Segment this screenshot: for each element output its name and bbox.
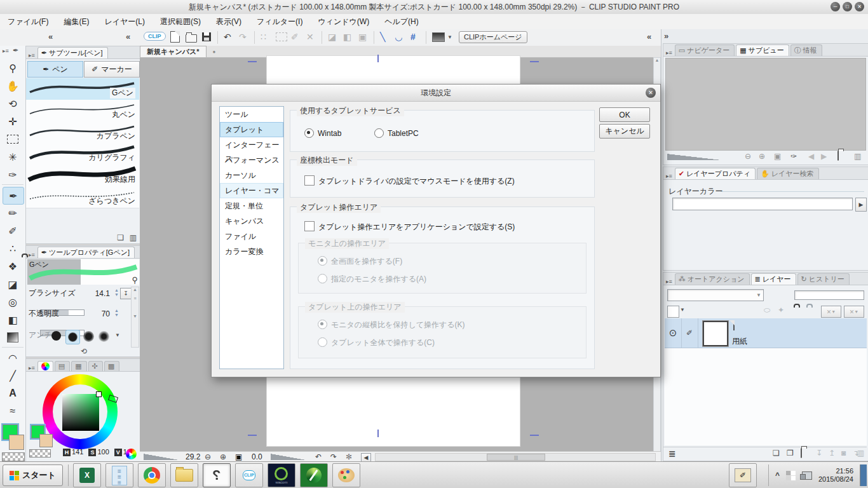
brush-item-maru-pen[interactable]: 丸ペン	[26, 100, 139, 122]
anti-alias-none-option[interactable]	[51, 331, 61, 341]
deselect-button[interactable]: ∷	[261, 30, 266, 43]
brush-size-stepper[interactable]: ▲▼	[114, 288, 119, 297]
taskbar-chrome[interactable]	[138, 463, 166, 487]
delete-image-icon[interactable]: ▥	[854, 152, 861, 161]
dialog-title-bar[interactable]: 環境設定 ✕	[212, 85, 660, 102]
tablet-settings-tray-app[interactable]: ✐	[729, 463, 757, 487]
color-wheel-tab[interactable]	[37, 361, 53, 371]
tool-zoom[interactable]: ⚲	[3, 60, 23, 76]
tab-layer-search[interactable]: ✋レイヤー検索	[757, 168, 819, 179]
palette-color-chip[interactable]	[667, 306, 679, 318]
lock-alpha-icon[interactable]: ✦	[778, 306, 784, 315]
new-file-button[interactable]	[170, 30, 180, 43]
subview-preview[interactable]	[665, 58, 866, 151]
workspace-dropdown-icon[interactable]: ▼	[447, 30, 452, 43]
canvas-tab[interactable]: 新規キャンバス*	[140, 46, 207, 57]
rotation-slider[interactable]	[271, 454, 306, 460]
previous-image-icon[interactable]: ◀	[808, 152, 814, 161]
maximize-button[interactable]: □	[843, 2, 852, 11]
layer-opacity-slider-field[interactable]	[794, 290, 864, 300]
tool-property-scrollbar[interactable]: ▲≡▼	[131, 287, 139, 348]
taskbar-excel[interactable]: X	[73, 463, 101, 487]
start-button[interactable]: スタート	[3, 464, 63, 486]
tool-brush[interactable]: ✐	[3, 222, 23, 239]
menu-filter[interactable]: フィルター(I)	[249, 17, 310, 27]
collapse-right-panel-icon[interactable]: »	[664, 31, 668, 41]
minimize-button[interactable]: ─	[831, 2, 840, 11]
shrink-selection-button[interactable]: ✕	[306, 30, 314, 43]
app-set-area-checkbox[interactable]: タブレット操作エリアをアプリケーションで設定する(S)	[304, 221, 515, 233]
background-color-swatch[interactable]	[9, 435, 24, 450]
taskbar-image-viewer[interactable]	[300, 463, 328, 487]
sv-marker[interactable]	[96, 391, 102, 397]
category-layer-frame[interactable]: レイヤー・コマ	[220, 183, 283, 198]
transparent-color-swatch[interactable]	[29, 449, 51, 458]
zoom-slider[interactable]	[144, 454, 179, 460]
zoom-out-icon[interactable]: ⊖	[205, 452, 211, 461]
canvas-horizontal-scrollbar[interactable]: |||	[375, 453, 656, 461]
clip-logo-button[interactable]: CLIP	[144, 32, 166, 41]
snap-special-ruler-button[interactable]: ◡	[395, 30, 402, 43]
anti-alias-weak-option[interactable]	[65, 330, 80, 344]
subtool-group-marker[interactable]: ✐ マーカー	[84, 61, 140, 78]
category-canvas[interactable]: キャンバス	[220, 214, 283, 229]
fit-icon[interactable]: ▣	[774, 152, 781, 161]
brush-size-dial-button[interactable]: ↧	[120, 288, 132, 299]
tool-blend[interactable]: ◎	[3, 294, 23, 310]
rotate-cw-icon[interactable]: ↷	[330, 452, 337, 461]
transfer-layer-button[interactable]: ↥	[829, 449, 835, 458]
menu-file[interactable]: ファイル(F)	[0, 17, 56, 27]
collapse-canvas-icon[interactable]: «	[647, 32, 651, 41]
panel-menu-icon[interactable]: ▸≡	[27, 252, 36, 258]
hue-ring-marker[interactable]	[108, 395, 118, 403]
dialog-close-button[interactable]: ✕	[646, 88, 656, 98]
tool-gradient[interactable]	[3, 329, 23, 346]
layer-name[interactable]: 用紙	[732, 336, 747, 347]
delete-subtool-icon[interactable]: ▥	[130, 233, 137, 242]
panel-menu-icon[interactable]: ▸≡	[27, 365, 36, 371]
scrollbar-grip[interactable]: |||	[487, 454, 545, 461]
network-tray-icon[interactable]	[802, 471, 812, 480]
tab-subview[interactable]: ▦サブビュー	[736, 44, 789, 56]
tray-expand-icon[interactable]: ^	[775, 471, 780, 480]
tab-info[interactable]: ⓘ情報	[790, 44, 822, 56]
zoom-in-icon[interactable]: ⊕	[220, 452, 226, 461]
redo-button[interactable]: ↷	[239, 30, 247, 43]
snap-grid-button[interactable]: #	[410, 30, 416, 43]
tool-pencil[interactable]: ✏	[3, 205, 23, 221]
layer-color-expand-button[interactable]: ▶	[855, 198, 867, 212]
taskbar-wacom[interactable]: wacom	[268, 463, 295, 487]
menu-layer[interactable]: レイヤー(L)	[97, 17, 153, 27]
layer-color-field[interactable]	[672, 198, 853, 210]
wintab-radio[interactable]: Wintab	[304, 128, 341, 138]
subtool-panel-tab[interactable]: ✒ サブツール[ペン]	[37, 47, 108, 58]
category-file[interactable]: ファイル	[220, 229, 283, 244]
reset-tool-settings-icon[interactable]: ⟲	[81, 347, 87, 356]
brush-item-rough-pen[interactable]: ざらつきペン	[26, 186, 139, 208]
category-performance[interactable]: パフォーマンス	[220, 152, 283, 168]
panel-menu-icon[interactable]: ▸≡	[665, 50, 674, 56]
intermediate-color-tab[interactable]: ✣	[88, 361, 103, 371]
tool-decoration[interactable]: ❖	[3, 258, 23, 274]
brush-item-gpen[interactable]: Gペン	[26, 78, 139, 100]
fit-to-screen-icon[interactable]: ▣	[235, 452, 242, 461]
color-picker-dialog-icon[interactable]: ▶	[126, 449, 137, 459]
tab-auto-action[interactable]: ⁂オートアクション	[675, 273, 750, 285]
zoom-in-icon[interactable]: ⊕	[759, 152, 765, 161]
tabletpc-radio[interactable]: TabletPC	[374, 128, 419, 138]
select-again-button[interactable]	[276, 30, 287, 43]
menu-help[interactable]: ヘルプ(H)	[377, 17, 426, 27]
specified-monitor-radio[interactable]: 指定のモニタを操作する(A)	[318, 274, 426, 285]
menu-view[interactable]: 表示(V)	[208, 17, 249, 27]
scroll-left-button[interactable]: ◀	[361, 453, 371, 462]
taskbar-clip-studio[interactable]: CLIP	[235, 463, 263, 487]
save-button[interactable]	[202, 30, 211, 43]
tray-clock[interactable]: 21:56 2015/08/24	[818, 467, 853, 484]
eyedropper-icon[interactable]: ✑	[790, 152, 797, 161]
keep-aspect-radio[interactable]: モニタの縦横比を保持して操作する(K)	[318, 320, 465, 330]
tool-move[interactable]: ✛	[3, 113, 23, 130]
category-color-conversion[interactable]: カラー変換	[220, 244, 283, 259]
whole-tablet-radio[interactable]: タブレット全体で操作する(C)	[318, 337, 435, 348]
menu-selection[interactable]: 選択範囲(S)	[153, 17, 208, 27]
transparent-color-swatch[interactable]	[2, 452, 25, 461]
